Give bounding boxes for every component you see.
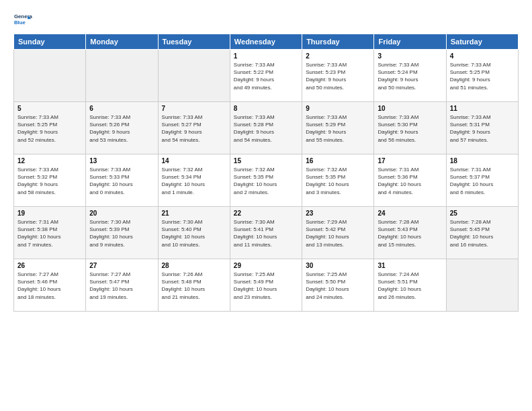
day-number: 13 [89, 157, 154, 165]
calendar-cell: 13Sunrise: 7:33 AM Sunset: 5:33 PM Dayli… [86, 154, 158, 207]
day-number: 16 [306, 157, 370, 165]
weekday-header-wednesday: Wednesday [230, 34, 302, 50]
day-info: Sunrise: 7:31 AM Sunset: 5:37 PM Dayligh… [450, 166, 515, 196]
calendar-cell: 30Sunrise: 7:25 AM Sunset: 5:50 PM Dayli… [302, 259, 374, 312]
calendar-cell: 10Sunrise: 7:33 AM Sunset: 5:30 PM Dayli… [374, 102, 446, 154]
day-info: Sunrise: 7:30 AM Sunset: 5:40 PM Dayligh… [162, 218, 226, 248]
calendar-cell: 21Sunrise: 7:30 AM Sunset: 5:40 PM Dayli… [158, 207, 230, 259]
calendar-cell [446, 259, 518, 312]
logo: General Blue [13, 11, 35, 30]
calendar-cell: 7Sunrise: 7:33 AM Sunset: 5:27 PM Daylig… [158, 102, 230, 154]
day-info: Sunrise: 7:31 AM Sunset: 5:36 PM Dayligh… [378, 166, 442, 196]
day-info: Sunrise: 7:28 AM Sunset: 5:45 PM Dayligh… [450, 218, 515, 248]
day-info: Sunrise: 7:33 AM Sunset: 5:25 PM Dayligh… [450, 61, 515, 91]
day-number: 25 [450, 210, 515, 217]
svg-text:Blue: Blue [14, 19, 26, 26]
day-info: Sunrise: 7:26 AM Sunset: 5:48 PM Dayligh… [162, 271, 226, 301]
day-number: 31 [378, 262, 442, 269]
week-row-2: 5Sunrise: 7:33 AM Sunset: 5:25 PM Daylig… [14, 102, 519, 154]
calendar-cell: 11Sunrise: 7:33 AM Sunset: 5:31 PM Dayli… [446, 102, 518, 154]
weekday-header-thursday: Thursday [302, 34, 374, 50]
week-row-3: 12Sunrise: 7:33 AM Sunset: 5:32 PM Dayli… [14, 154, 519, 207]
day-info: Sunrise: 7:27 AM Sunset: 5:47 PM Dayligh… [89, 271, 154, 301]
day-number: 18 [450, 157, 515, 165]
calendar-cell: 2Sunrise: 7:33 AM Sunset: 5:23 PM Daylig… [302, 50, 374, 102]
day-info: Sunrise: 7:33 AM Sunset: 5:33 PM Dayligh… [89, 166, 154, 196]
day-number: 6 [89, 105, 154, 112]
day-info: Sunrise: 7:33 AM Sunset: 5:29 PM Dayligh… [306, 113, 370, 144]
calendar-cell: 5Sunrise: 7:33 AM Sunset: 5:25 PM Daylig… [14, 102, 86, 154]
weekday-header-row: SundayMondayTuesdayWednesdayThursdayFrid… [14, 34, 519, 50]
day-number: 3 [378, 52, 442, 60]
day-number: 7 [162, 105, 226, 112]
day-number: 9 [306, 105, 370, 112]
calendar-cell: 16Sunrise: 7:32 AM Sunset: 5:35 PM Dayli… [302, 154, 374, 207]
calendar-cell: 31Sunrise: 7:24 AM Sunset: 5:51 PM Dayli… [374, 259, 446, 312]
day-info: Sunrise: 7:33 AM Sunset: 5:22 PM Dayligh… [234, 61, 298, 91]
day-info: Sunrise: 7:30 AM Sunset: 5:39 PM Dayligh… [89, 218, 154, 248]
day-info: Sunrise: 7:33 AM Sunset: 5:26 PM Dayligh… [89, 113, 154, 144]
day-info: Sunrise: 7:32 AM Sunset: 5:35 PM Dayligh… [234, 166, 298, 196]
day-number: 26 [17, 262, 82, 269]
day-info: Sunrise: 7:31 AM Sunset: 5:38 PM Dayligh… [17, 218, 82, 248]
day-info: Sunrise: 7:33 AM Sunset: 5:32 PM Dayligh… [17, 166, 82, 196]
day-number: 10 [378, 105, 442, 112]
calendar-cell: 18Sunrise: 7:31 AM Sunset: 5:37 PM Dayli… [446, 154, 518, 207]
calendar-cell: 1Sunrise: 7:33 AM Sunset: 5:22 PM Daylig… [230, 50, 302, 102]
logo-icon: General Blue [13, 11, 32, 30]
day-info: Sunrise: 7:29 AM Sunset: 5:42 PM Dayligh… [306, 218, 370, 248]
week-row-1: 1Sunrise: 7:33 AM Sunset: 5:22 PM Daylig… [14, 50, 519, 102]
calendar-cell: 27Sunrise: 7:27 AM Sunset: 5:47 PM Dayli… [86, 259, 158, 312]
day-number: 21 [162, 210, 226, 217]
day-info: Sunrise: 7:33 AM Sunset: 5:25 PM Dayligh… [17, 113, 82, 144]
weekday-header-tuesday: Tuesday [158, 34, 230, 50]
day-number: 12 [17, 157, 82, 165]
day-info: Sunrise: 7:30 AM Sunset: 5:41 PM Dayligh… [234, 218, 298, 248]
calendar-cell [14, 50, 86, 102]
calendar-cell: 29Sunrise: 7:25 AM Sunset: 5:49 PM Dayli… [230, 259, 302, 312]
calendar-cell: 4Sunrise: 7:33 AM Sunset: 5:25 PM Daylig… [446, 50, 518, 102]
day-info: Sunrise: 7:25 AM Sunset: 5:49 PM Dayligh… [234, 271, 298, 301]
week-row-4: 19Sunrise: 7:31 AM Sunset: 5:38 PM Dayli… [14, 207, 519, 259]
day-number: 19 [17, 210, 82, 217]
day-info: Sunrise: 7:33 AM Sunset: 5:31 PM Dayligh… [450, 113, 515, 144]
calendar-cell: 20Sunrise: 7:30 AM Sunset: 5:39 PM Dayli… [86, 207, 158, 259]
day-info: Sunrise: 7:33 AM Sunset: 5:27 PM Dayligh… [162, 113, 226, 144]
calendar-cell: 6Sunrise: 7:33 AM Sunset: 5:26 PM Daylig… [86, 102, 158, 154]
day-number: 22 [234, 210, 298, 217]
calendar-cell [86, 50, 158, 102]
day-info: Sunrise: 7:24 AM Sunset: 5:51 PM Dayligh… [378, 271, 442, 301]
calendar-cell: 17Sunrise: 7:31 AM Sunset: 5:36 PM Dayli… [374, 154, 446, 207]
day-number: 11 [450, 105, 515, 112]
day-number: 1 [234, 52, 298, 60]
day-number: 29 [234, 262, 298, 269]
weekday-header-monday: Monday [86, 34, 158, 50]
calendar-cell [158, 50, 230, 102]
calendar-cell: 8Sunrise: 7:33 AM Sunset: 5:28 PM Daylig… [230, 102, 302, 154]
calendar-cell: 22Sunrise: 7:30 AM Sunset: 5:41 PM Dayli… [230, 207, 302, 259]
day-number: 14 [162, 157, 226, 165]
day-number: 5 [17, 105, 82, 112]
day-number: 30 [306, 262, 370, 269]
calendar-cell: 19Sunrise: 7:31 AM Sunset: 5:38 PM Dayli… [14, 207, 86, 259]
calendar-cell: 12Sunrise: 7:33 AM Sunset: 5:32 PM Dayli… [14, 154, 86, 207]
weekday-header-saturday: Saturday [446, 34, 518, 50]
day-info: Sunrise: 7:33 AM Sunset: 5:28 PM Dayligh… [234, 113, 298, 144]
day-info: Sunrise: 7:33 AM Sunset: 5:24 PM Dayligh… [378, 61, 442, 91]
calendar-cell: 23Sunrise: 7:29 AM Sunset: 5:42 PM Dayli… [302, 207, 374, 259]
calendar-cell: 3Sunrise: 7:33 AM Sunset: 5:24 PM Daylig… [374, 50, 446, 102]
day-number: 28 [162, 262, 226, 269]
day-number: 8 [234, 105, 298, 112]
day-info: Sunrise: 7:32 AM Sunset: 5:35 PM Dayligh… [306, 166, 370, 196]
calendar-cell: 24Sunrise: 7:28 AM Sunset: 5:43 PM Dayli… [374, 207, 446, 259]
calendar-cell: 25Sunrise: 7:28 AM Sunset: 5:45 PM Dayli… [446, 207, 518, 259]
calendar-cell: 28Sunrise: 7:26 AM Sunset: 5:48 PM Dayli… [158, 259, 230, 312]
calendar-page: General Blue SundayMondayTuesdayWednesda… [0, 0, 532, 318]
day-info: Sunrise: 7:27 AM Sunset: 5:46 PM Dayligh… [17, 271, 82, 301]
day-info: Sunrise: 7:28 AM Sunset: 5:43 PM Dayligh… [378, 218, 442, 248]
day-number: 2 [306, 52, 370, 60]
day-number: 27 [89, 262, 154, 269]
calendar-cell: 9Sunrise: 7:33 AM Sunset: 5:29 PM Daylig… [302, 102, 374, 154]
weekday-header-sunday: Sunday [14, 34, 86, 50]
day-number: 20 [89, 210, 154, 217]
